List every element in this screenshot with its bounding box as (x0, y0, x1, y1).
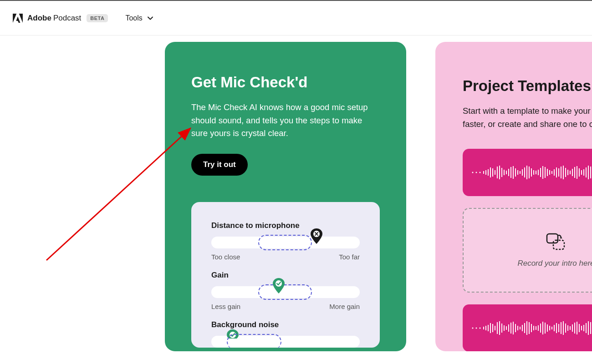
waveform-icon (471, 314, 592, 342)
beta-badge: BETA (87, 14, 108, 22)
gain-sublabels: Less gain More gain (211, 303, 360, 310)
waveform-icon (471, 159, 592, 186)
waveform-block-1 (463, 149, 592, 196)
svg-rect-64 (553, 240, 564, 249)
gain-label: Gain (211, 271, 360, 280)
templates-card: Project Templates Start with a template … (435, 42, 592, 351)
waveform-block-2 (463, 304, 592, 351)
distance-marker-bad-icon (311, 228, 322, 244)
svg-rect-63 (547, 234, 558, 243)
gain-bar (211, 286, 360, 298)
mic-check-desc: The Mic Check AI knows how a good mic se… (191, 101, 373, 140)
distance-label: Distance to microphone (211, 221, 360, 230)
record-placeholder-icon (546, 233, 566, 251)
brand-logo[interactable]: Adobe Podcast BETA (13, 14, 108, 23)
distance-sublabels: Too close Too far (211, 253, 360, 261)
svg-point-65 (472, 328, 474, 329)
mic-check-title: Get Mic Check'd (191, 74, 380, 91)
svg-point-4 (476, 172, 477, 173)
tools-label: Tools (125, 14, 142, 22)
gain-right-label: More gain (329, 303, 360, 310)
noise-optimal-zone (227, 334, 281, 349)
try-it-out-button[interactable]: Try it out (191, 154, 248, 176)
distance-row: Distance to microphone Too close Too far (211, 221, 360, 261)
adobe-logo-icon (13, 14, 23, 23)
noise-bar (211, 336, 360, 348)
svg-point-3 (472, 172, 474, 173)
chevron-down-icon (147, 15, 153, 21)
gain-left-label: Less gain (211, 303, 240, 310)
template-placeholder-box[interactable]: Record your intro here (463, 208, 592, 293)
templates-desc: Start with a template to make your workf… (463, 105, 592, 131)
mic-check-card: Get Mic Check'd The Mic Check AI knows h… (165, 42, 406, 351)
tools-menu[interactable]: Tools (125, 14, 153, 22)
mic-check-panel: Distance to microphone Too close Too far… (191, 202, 380, 348)
svg-point-5 (480, 172, 481, 173)
brand-name-light: Podcast (53, 14, 81, 23)
gain-optimal-zone (258, 284, 312, 300)
header: Adobe Podcast BETA Tools (0, 1, 592, 35)
gain-marker-good-icon (273, 278, 285, 293)
svg-point-66 (476, 328, 477, 329)
distance-right-label: Too far (339, 253, 360, 261)
gain-row: Gain Less gain More gain (211, 271, 360, 310)
brand-name-strong: Adobe (27, 14, 51, 23)
svg-point-67 (480, 328, 481, 329)
noise-label: Background noise (211, 320, 360, 329)
distance-left-label: Too close (211, 253, 240, 261)
template-placeholder-text: Record your intro here (517, 259, 592, 268)
distance-bar (211, 237, 360, 248)
templates-title: Project Templates (463, 77, 592, 95)
noise-row: Background noise (211, 320, 360, 348)
distance-optimal-zone (258, 235, 312, 250)
